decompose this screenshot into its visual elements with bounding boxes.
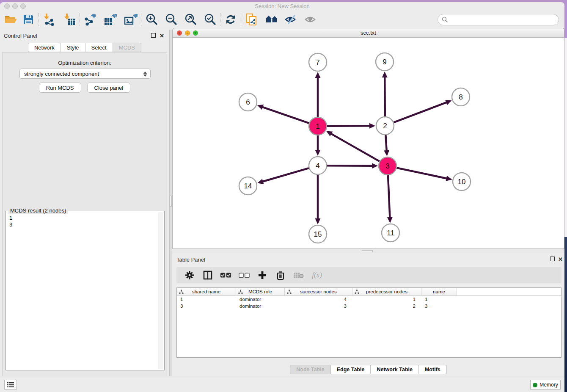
- graph-edge[interactable]: [257, 168, 309, 184]
- memory-button[interactable]: Memory: [530, 380, 561, 390]
- svg-text:4: 4: [316, 162, 319, 170]
- task-history-button[interactable]: [4, 380, 17, 390]
- tab-select[interactable]: Select: [85, 43, 113, 52]
- graph-edge[interactable]: [382, 72, 388, 116]
- float-table-panel-icon[interactable]: [550, 256, 555, 262]
- mcds-tab-content: Optimization criterion: strongly connect…: [2, 52, 167, 377]
- tab-edge-table[interactable]: Edge Table: [331, 365, 371, 374]
- open-folder-icon[interactable]: [3, 12, 18, 27]
- close-panel-button[interactable]: Close panel: [87, 83, 131, 93]
- tab-node-table[interactable]: Node Table: [290, 365, 330, 374]
- table-cell[interactable]: 3: [285, 303, 352, 309]
- column-header-successor-nodes[interactable]: successor nodes: [285, 288, 352, 295]
- graph-edge[interactable]: [326, 131, 380, 161]
- save-icon[interactable]: [21, 12, 36, 27]
- run-mcds-button[interactable]: Run MCDS: [39, 83, 81, 93]
- node-table[interactable]: shared nameMCDS rolesuccessor nodesprede…: [176, 287, 561, 358]
- close-table-panel-icon[interactable]: ✕: [558, 256, 563, 262]
- float-panel-icon[interactable]: [151, 33, 156, 39]
- graph-edge[interactable]: [315, 135, 321, 156]
- graph-edge[interactable]: [387, 175, 393, 223]
- eye-slash-icon[interactable]: [284, 12, 298, 27]
- graph-node-15[interactable]: 15: [309, 225, 327, 243]
- graph-node-10[interactable]: 10: [453, 173, 471, 190]
- graph-node-3[interactable]: 3: [379, 157, 396, 175]
- show-columns-icon[interactable]: [202, 270, 213, 281]
- table-cell[interactable]: 3: [177, 303, 236, 309]
- memory-label: Memory: [539, 382, 558, 388]
- delete-column-icon[interactable]: [275, 270, 286, 281]
- import-network-icon[interactable]: [42, 12, 56, 27]
- graph-edge[interactable]: [327, 163, 378, 168]
- export-table-icon[interactable]: [103, 12, 118, 27]
- houses-icon[interactable]: [264, 12, 279, 27]
- graph-node-14[interactable]: 14: [239, 177, 257, 195]
- zoom-selected-icon[interactable]: [203, 12, 217, 27]
- table-cell[interactable]: 3: [421, 303, 457, 309]
- select-all-columns-icon[interactable]: [220, 270, 231, 281]
- export-network-icon[interactable]: [83, 12, 97, 27]
- tab-mcds[interactable]: MCDS: [113, 43, 141, 52]
- close-panel-icon[interactable]: ✕: [160, 33, 164, 39]
- table-cell[interactable]: dominator: [236, 296, 285, 303]
- table-toolbar: f(x): [176, 267, 561, 283]
- column-header-shared-name[interactable]: shared name: [177, 288, 236, 295]
- table-panel: Table Panel ✕: [172, 253, 564, 378]
- table-row[interactable]: 3dominator323: [177, 303, 561, 309]
- column-header-MCDS-role[interactable]: MCDS role: [236, 288, 285, 295]
- column-header-predecessor-nodes[interactable]: predecessor nodes: [352, 288, 421, 295]
- graph-node-7[interactable]: 7: [309, 53, 327, 71]
- add-column-icon[interactable]: [257, 270, 268, 281]
- graph-edge[interactable]: [327, 123, 375, 129]
- tab-motifs[interactable]: Motifs: [419, 365, 447, 374]
- table-cell[interactable]: 2: [352, 303, 421, 309]
- gear-icon[interactable]: [184, 270, 195, 281]
- titlebar: Session: New Session: [0, 2, 564, 10]
- network-window-titlebar[interactable]: × – + scc.txt: [173, 28, 564, 38]
- table-row[interactable]: 1dominator411: [177, 296, 561, 303]
- table-cell[interactable]: 4: [285, 296, 352, 303]
- search-input[interactable]: [438, 14, 559, 25]
- column-header-name[interactable]: name: [421, 288, 457, 295]
- zoom-fit-icon[interactable]: [183, 12, 198, 27]
- table-cell[interactable]: 1: [352, 296, 421, 303]
- splitter-handle[interactable]: [170, 196, 172, 207]
- graph-edge[interactable]: [315, 72, 321, 117]
- tab-style[interactable]: Style: [61, 43, 85, 52]
- graph-node-8[interactable]: 8: [452, 88, 470, 106]
- graph-edge[interactable]: [257, 105, 309, 123]
- graph-edge[interactable]: [397, 168, 452, 181]
- copy-document-icon[interactable]: [244, 12, 259, 27]
- graph-node-6[interactable]: 6: [239, 93, 257, 111]
- graph-node-1[interactable]: 1: [309, 117, 327, 135]
- result-scrollbar[interactable]: [158, 212, 163, 369]
- table-cell[interactable]: 1: [177, 296, 236, 303]
- criterion-dropdown[interactable]: strongly connected component: [19, 69, 151, 79]
- refresh-icon[interactable]: [223, 12, 238, 27]
- zoom-in-icon[interactable]: [144, 12, 159, 27]
- deselect-all-columns-icon[interactable]: [239, 270, 250, 281]
- network-graph[interactable]: 1234678910111415: [173, 38, 564, 248]
- horizontal-splitter[interactable]: [172, 249, 564, 253]
- table-cell[interactable]: 1: [421, 296, 457, 303]
- vertical-splitter[interactable]: [169, 30, 172, 378]
- toolbar-separator: [141, 13, 141, 26]
- graph-edge[interactable]: [315, 175, 321, 224]
- control-panel-tabs: NetworkStyleSelectMCDS: [0, 43, 169, 52]
- table-cell[interactable]: dominator: [236, 303, 285, 309]
- network-canvas[interactable]: 1234678910111415: [173, 38, 564, 248]
- graph-node-9[interactable]: 9: [376, 53, 394, 71]
- zoom-out-icon[interactable]: [164, 12, 178, 27]
- tab-network[interactable]: Network: [28, 43, 61, 52]
- export-image-icon[interactable]: [124, 12, 138, 27]
- tab-network-table[interactable]: Network Table: [371, 365, 419, 374]
- graph-edge[interactable]: [394, 100, 452, 122]
- graph-node-4[interactable]: 4: [309, 157, 327, 174]
- hierarchy-icon: [179, 290, 184, 294]
- import-table-icon[interactable]: [62, 12, 77, 27]
- graph-edge[interactable]: [384, 135, 389, 156]
- splitter-handle[interactable]: [362, 250, 373, 252]
- svg-text:8: 8: [459, 93, 462, 101]
- graph-node-2[interactable]: 2: [376, 117, 394, 135]
- graph-node-11[interactable]: 11: [382, 224, 399, 242]
